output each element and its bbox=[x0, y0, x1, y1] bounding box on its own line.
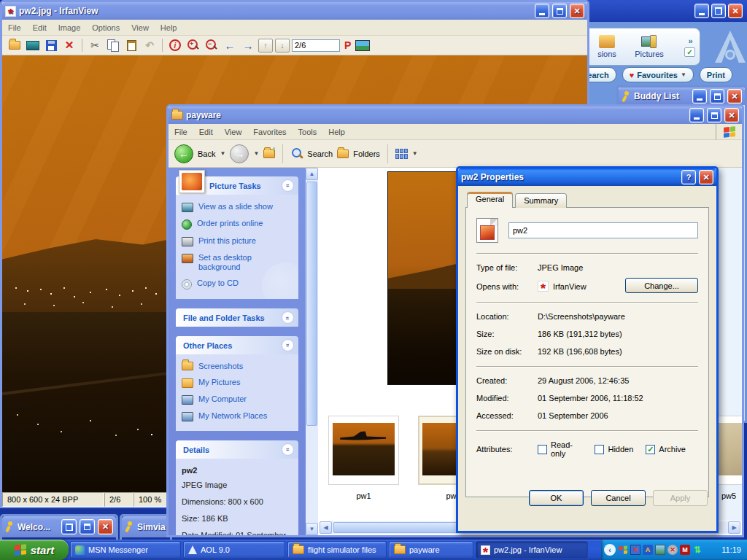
menu-edit[interactable]: Edit bbox=[27, 21, 53, 34]
taskbar-button-aol[interactable]: AOL 9.0 bbox=[183, 541, 285, 559]
minimize-button[interactable] bbox=[689, 108, 704, 122]
menu-file[interactable]: File bbox=[2, 21, 27, 34]
slideshow-icon[interactable] bbox=[25, 38, 41, 52]
tab-summary[interactable]: Summary bbox=[515, 193, 567, 208]
place-my-network[interactable]: My Network Places bbox=[182, 411, 293, 421]
menu-favorites[interactable]: Favorites bbox=[247, 125, 292, 139]
picture-tasks-header[interactable]: Picture Tasks « bbox=[176, 176, 298, 195]
tab-general[interactable]: General bbox=[467, 192, 513, 208]
back-dropdown-icon[interactable]: ▼ bbox=[220, 150, 225, 157]
welcome-titlebar[interactable]: Welco... ✕ bbox=[2, 516, 116, 537]
gear-alert-icon[interactable]: ✕ bbox=[667, 545, 678, 555]
folders-icon[interactable] bbox=[337, 149, 349, 158]
menu-help[interactable]: Help bbox=[155, 21, 183, 34]
menu-image[interactable]: Image bbox=[53, 21, 87, 34]
other-places-header[interactable]: Other Places « bbox=[176, 336, 298, 354]
photo-tray-icon[interactable] bbox=[655, 545, 665, 555]
aim-tray-icon[interactable]: A bbox=[643, 545, 653, 555]
views-button[interactable] bbox=[395, 149, 408, 159]
place-screenshots[interactable]: Screenshots bbox=[182, 362, 293, 371]
start-button[interactable]: start bbox=[0, 540, 69, 560]
maximize-button[interactable] bbox=[710, 89, 724, 104]
thumbnail-tool-icon[interactable] bbox=[355, 40, 370, 51]
paste-icon[interactable] bbox=[123, 38, 139, 52]
thumbnail-pw1[interactable]: pw1 bbox=[328, 416, 399, 500]
maximize-button[interactable] bbox=[552, 4, 567, 18]
taskbar-button-irfanview[interactable]: pw2.jpg - IrfanView bbox=[476, 541, 588, 559]
info-icon[interactable]: i bbox=[167, 38, 183, 52]
monitor-alert-icon[interactable]: ✕ bbox=[630, 545, 640, 555]
print-button[interactable]: Print bbox=[700, 67, 732, 82]
scroll-up-icon[interactable]: ▲ bbox=[306, 168, 318, 180]
minimize-button[interactable] bbox=[694, 4, 709, 18]
explorer-titlebar[interactable]: payware ✕ bbox=[169, 106, 742, 124]
aol-sessions-tool[interactable]: sions bbox=[586, 35, 628, 58]
help-button[interactable]: ? bbox=[681, 170, 696, 184]
archive-checkbox[interactable] bbox=[646, 445, 655, 454]
file-folder-tasks-header[interactable]: File and Folder Tasks « bbox=[176, 308, 298, 327]
expand-chevron-icon[interactable]: « bbox=[282, 311, 294, 324]
task-order-prints[interactable]: Order prints online bbox=[182, 219, 293, 230]
hidden-checkbox[interactable] bbox=[595, 445, 604, 454]
close-button[interactable]: ✕ bbox=[727, 89, 742, 104]
irfanview-titlebar[interactable]: pw2.jpg - IrfanView ✕ bbox=[2, 2, 587, 20]
delete-icon[interactable]: ✕ bbox=[61, 38, 77, 52]
place-my-computer[interactable]: My Computer bbox=[182, 394, 293, 405]
cancel-button[interactable]: Cancel bbox=[591, 490, 646, 506]
menu-edit[interactable]: Edit bbox=[193, 125, 219, 139]
search-icon[interactable] bbox=[290, 147, 303, 160]
close-button[interactable]: ✕ bbox=[728, 4, 743, 18]
save-icon[interactable] bbox=[43, 38, 59, 52]
zoom-in-icon[interactable]: + bbox=[185, 38, 201, 52]
close-button[interactable]: ✕ bbox=[699, 170, 713, 184]
taskpane-scrollbar[interactable]: ▲ ▼ bbox=[306, 168, 318, 535]
taskbar-button-payware[interactable]: payware bbox=[389, 541, 473, 559]
colored-flag-icon[interactable] bbox=[618, 545, 628, 555]
copy-icon[interactable] bbox=[105, 38, 121, 52]
last-image-button[interactable]: ↓ bbox=[275, 39, 290, 52]
previous-image-icon[interactable]: ← bbox=[222, 38, 238, 52]
scroll-left-icon[interactable]: ◀ bbox=[320, 521, 332, 534]
menu-file[interactable]: File bbox=[169, 125, 193, 139]
scroll-down-icon[interactable]: ▼ bbox=[306, 523, 318, 535]
page-number-input[interactable] bbox=[292, 39, 340, 52]
taskbar-button-flight-sim-files[interactable]: flight simulator files bbox=[287, 541, 387, 559]
first-image-button[interactable]: ↑ bbox=[258, 39, 273, 52]
menu-view[interactable]: View bbox=[125, 21, 155, 34]
minimize-button[interactable] bbox=[535, 4, 549, 18]
ok-button[interactable]: OK bbox=[529, 490, 584, 506]
restore-button[interactable] bbox=[61, 519, 77, 534]
tray-expand-icon[interactable]: ‹ bbox=[604, 544, 616, 556]
simvia-titlebar[interactable]: Simvia bbox=[122, 516, 170, 537]
folders-label[interactable]: Folders bbox=[353, 149, 380, 158]
collapse-chevron-icon[interactable]: « bbox=[282, 443, 294, 456]
chevron-more-icon[interactable]: » bbox=[688, 36, 691, 45]
menu-help[interactable]: Help bbox=[322, 125, 351, 139]
undo-icon[interactable]: ↶ bbox=[142, 38, 158, 52]
task-view-slideshow[interactable]: View as a slide show bbox=[182, 202, 293, 212]
green-check-icon[interactable]: ✓ bbox=[684, 47, 695, 57]
views-dropdown-icon[interactable]: ▼ bbox=[412, 150, 418, 157]
maximize-button[interactable] bbox=[707, 108, 721, 122]
cut-icon[interactable]: ✂ bbox=[87, 38, 103, 52]
filename-input[interactable] bbox=[508, 222, 698, 238]
msn-tray-icon[interactable]: M bbox=[680, 545, 690, 555]
minimize-button[interactable] bbox=[692, 89, 707, 104]
close-button[interactable]: ✕ bbox=[724, 108, 739, 122]
network-arrows-icon[interactable]: ⇅ bbox=[692, 545, 703, 555]
buddy-list-titlebar[interactable]: Buddy List ✕ bbox=[619, 88, 745, 105]
change-button[interactable]: Change... bbox=[625, 278, 698, 293]
properties-titlebar[interactable]: pw2 Properties ? ✕ bbox=[458, 168, 716, 186]
restore-button[interactable] bbox=[711, 4, 726, 18]
aol-pictures-tool[interactable]: Pictures bbox=[628, 35, 670, 58]
menu-view[interactable]: View bbox=[219, 125, 248, 139]
details-header[interactable]: Details « bbox=[176, 440, 298, 459]
taskbar-button-msn-messenger[interactable]: MSN Messenger bbox=[70, 541, 181, 559]
up-folder-button[interactable] bbox=[263, 149, 275, 158]
tray-clock[interactable]: 11:19 bbox=[721, 545, 743, 554]
forward-dropdown-icon[interactable]: ▼ bbox=[253, 150, 259, 157]
open-icon[interactable] bbox=[7, 38, 23, 52]
task-print-picture[interactable]: Print this picture bbox=[182, 236, 293, 246]
favourites-button[interactable]: ♥ Favourites ▼ bbox=[622, 67, 694, 82]
search-label[interactable]: Search bbox=[307, 149, 333, 158]
